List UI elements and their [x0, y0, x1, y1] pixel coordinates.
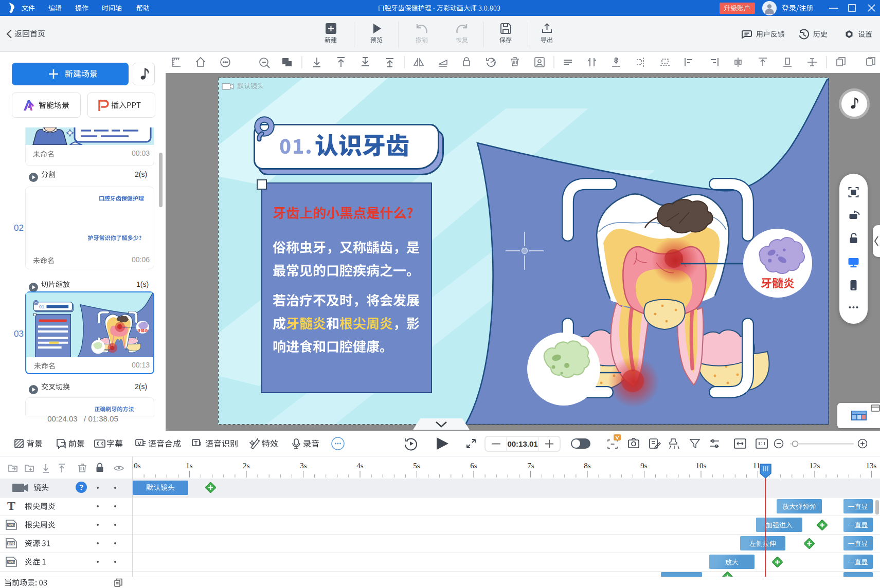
svg-text:3s: 3s	[300, 462, 307, 470]
svg-text:8s: 8s	[584, 462, 591, 470]
svg-text:4s: 4s	[356, 462, 364, 470]
svg-text:7s: 7s	[527, 462, 534, 470]
svg-text:13s: 13s	[866, 462, 877, 470]
svg-text:12s: 12s	[810, 462, 820, 470]
svg-text:T: T	[7, 499, 15, 512]
svg-text:SVG: SVG	[8, 523, 15, 527]
svg-text:SVG: SVG	[8, 542, 15, 545]
svg-text:5s: 5s	[413, 462, 420, 470]
svg-text:01.: 01.	[39, 304, 46, 309]
svg-text:9s: 9s	[640, 462, 648, 470]
svg-text:10s: 10s	[696, 462, 707, 470]
svg-text:6s: 6s	[470, 462, 477, 470]
svg-text:0s: 0s	[134, 462, 141, 470]
svg-text:2s: 2s	[243, 462, 250, 470]
svg-text:1s: 1s	[186, 462, 193, 470]
svg-text:SVG: SVG	[8, 560, 15, 564]
svg-text:?: ?	[79, 483, 84, 491]
